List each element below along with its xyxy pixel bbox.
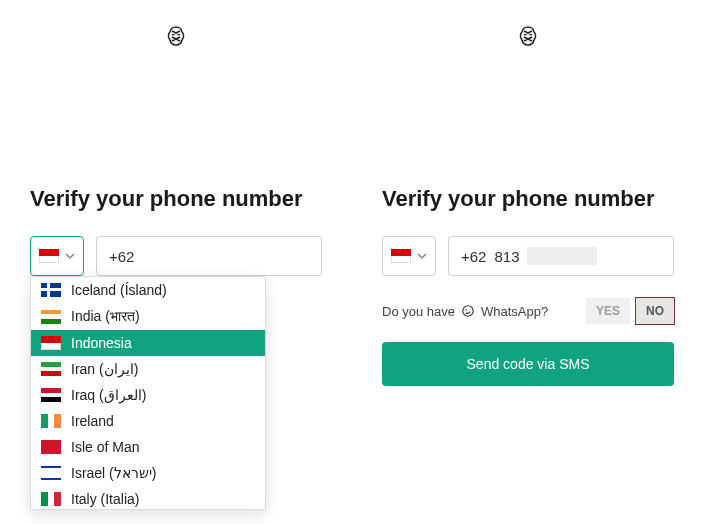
page-title: Verify your phone number bbox=[30, 186, 322, 212]
country-option[interactable]: Italy (Italia) bbox=[31, 486, 265, 510]
country-option-label: Ireland bbox=[71, 413, 114, 429]
page-title: Verify your phone number bbox=[382, 186, 674, 212]
flag-icon bbox=[41, 362, 61, 376]
phone-entered: 813 bbox=[494, 248, 519, 265]
chevron-down-icon bbox=[65, 251, 75, 261]
whatsapp-icon bbox=[461, 304, 475, 318]
whatsapp-prompt-text: Do you have bbox=[382, 304, 455, 319]
phone-masked-portion bbox=[527, 247, 597, 265]
country-option[interactable]: Isle of Man bbox=[31, 434, 265, 460]
chevron-down-icon bbox=[417, 251, 427, 261]
country-option-label: Isle of Man bbox=[71, 439, 139, 455]
whatsapp-yes-button[interactable]: YES bbox=[586, 298, 630, 324]
phone-row: +62 813 bbox=[382, 236, 674, 276]
logo-row bbox=[30, 0, 322, 48]
whatsapp-row: Do you have WhatsApp? YES NO bbox=[382, 298, 674, 324]
right-pane: Verify your phone number +62 813 Do you … bbox=[352, 0, 704, 524]
country-option[interactable]: Indonesia bbox=[31, 330, 265, 356]
phone-input-value: +62 bbox=[109, 248, 134, 265]
country-option[interactable]: Iraq (العراق) bbox=[31, 382, 265, 408]
country-option-label: Iran (ایران) bbox=[71, 361, 138, 377]
flag-icon bbox=[41, 466, 61, 480]
country-option[interactable]: Ireland bbox=[31, 408, 265, 434]
flag-icon bbox=[41, 440, 61, 454]
phone-row: +62 bbox=[30, 236, 322, 276]
left-pane: Verify your phone number +62 Iceland (Ís… bbox=[0, 0, 352, 524]
dial-code: +62 bbox=[461, 248, 486, 265]
country-option[interactable]: Iran (ایران) bbox=[31, 356, 265, 382]
app-root: Verify your phone number +62 Iceland (Ís… bbox=[0, 0, 704, 524]
country-option[interactable]: Israel (ישראל) bbox=[31, 460, 265, 486]
country-option-label: India (भारत) bbox=[71, 308, 140, 325]
send-code-button[interactable]: Send code via SMS bbox=[382, 342, 674, 386]
openai-logo-icon bbox=[164, 24, 188, 48]
logo-row bbox=[382, 0, 674, 48]
country-dropdown-scroll[interactable]: Iceland (Ísland)India (भारत)IndonesiaIra… bbox=[31, 277, 265, 510]
country-option-label: Israel (ישראל) bbox=[71, 465, 156, 481]
flag-icon bbox=[41, 310, 61, 324]
flag-indonesia-icon bbox=[391, 249, 411, 263]
openai-logo-icon bbox=[516, 24, 540, 48]
flag-indonesia-icon bbox=[39, 249, 59, 263]
country-option-label: Iceland (Ísland) bbox=[71, 282, 167, 298]
country-option-label: Indonesia bbox=[71, 335, 132, 351]
phone-input[interactable]: +62 bbox=[96, 236, 322, 276]
flag-icon bbox=[41, 283, 61, 297]
country-selector-button[interactable] bbox=[382, 236, 436, 276]
whatsapp-label: WhatsApp? bbox=[481, 304, 548, 319]
flag-icon bbox=[41, 388, 61, 402]
phone-input[interactable]: +62 813 bbox=[448, 236, 674, 276]
country-option[interactable]: Iceland (Ísland) bbox=[31, 277, 265, 303]
country-dropdown[interactable]: Iceland (Ísland)India (भारत)IndonesiaIra… bbox=[30, 276, 266, 510]
flag-icon bbox=[41, 336, 61, 350]
flag-icon bbox=[41, 414, 61, 428]
country-option-label: Iraq (العراق) bbox=[71, 387, 146, 403]
country-selector-button[interactable] bbox=[30, 236, 84, 276]
country-option[interactable]: India (भारत) bbox=[31, 303, 265, 330]
svg-point-0 bbox=[463, 306, 474, 317]
country-option-label: Italy (Italia) bbox=[71, 491, 139, 507]
whatsapp-no-button[interactable]: NO bbox=[636, 298, 674, 324]
flag-icon bbox=[41, 492, 61, 506]
